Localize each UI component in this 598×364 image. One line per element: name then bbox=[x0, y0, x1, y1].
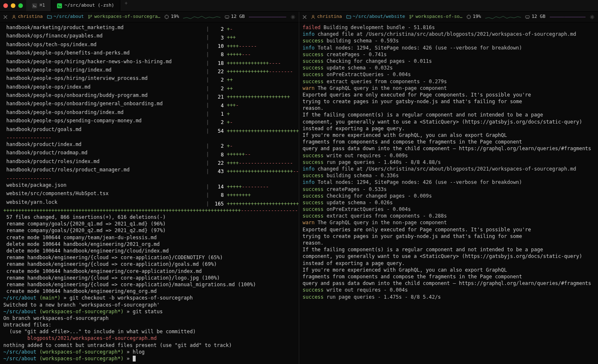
diff-row: handbook/people-ops/hiring/hacker-news-w… bbox=[3, 58, 295, 67]
log-line: success createPages - 0.533s bbox=[303, 186, 595, 193]
summary-line: create mode 100644 company/team/jean-du-… bbox=[3, 234, 295, 241]
summary-line: delete mode 100644 handbook/engineering/… bbox=[3, 241, 295, 248]
zoom-window-icon[interactable] bbox=[18, 3, 23, 8]
log-line: trying to create pages in your gatsby-no… bbox=[303, 98, 595, 105]
log-line: success onPreExtractQueries - 0.004s bbox=[303, 71, 595, 78]
settings-icon[interactable] bbox=[290, 15, 295, 20]
diff-row: website/package.json | 14 +++++--------- bbox=[3, 182, 295, 190]
svg-point-3 bbox=[89, 15, 90, 16]
log-line: success createPages - 0.741s bbox=[303, 51, 595, 58]
log-line: query and pass data down into the child … bbox=[303, 145, 595, 152]
left-status-bar: christina ~/src/about workspaces-of-sour… bbox=[0, 12, 299, 22]
window-titlebar: ⌘1 ~/src/about (-zsh) + bbox=[0, 0, 598, 12]
log-line: success run page queries - 1.640s - 8/8 … bbox=[303, 159, 595, 166]
svg-point-11 bbox=[412, 15, 413, 16]
window-tab-1[interactable]: ⌘1 bbox=[26, 0, 51, 11]
status-user-label: christina bbox=[317, 14, 342, 20]
summary-line: rename handbook/engineering/{cloud => co… bbox=[3, 261, 295, 267]
summary-line: create mode 100644 handbook/engineering/… bbox=[3, 288, 295, 295]
terminal-line: ~/src/about (workspaces-of-sourcegraph*)… bbox=[3, 355, 295, 362]
diff-row: handbook/people-ops/onboarding/buddy-pro… bbox=[3, 92, 295, 100]
close-pane-icon[interactable] bbox=[303, 15, 307, 19]
diff-row: handbook/product/goals.md | 54 +++++++++… bbox=[3, 126, 295, 134]
window-tab-label: ~/src/about (-zsh) bbox=[65, 2, 114, 9]
status-branch[interactable]: workspaces-of-sourcegra… bbox=[88, 14, 160, 20]
terminal-line: Untracked files: bbox=[3, 322, 295, 328]
log-line: If you're more experienced with GraphQL,… bbox=[303, 267, 595, 273]
log-line: success onPreExtractQueries - 0.004s bbox=[303, 206, 595, 213]
mem-sparkline-icon bbox=[249, 14, 286, 20]
diff-row: handbook/ops/finance/payables.md | 3 +++ bbox=[3, 32, 295, 41]
diff-row: handbook/product/roles/product_manager.m… bbox=[3, 166, 295, 175]
log-line: instead of exporting a page query. bbox=[303, 260, 595, 267]
log-line: info changed file at /Users/christina/sr… bbox=[303, 31, 595, 37]
log-line: If the failing component(s) is a regular… bbox=[303, 246, 595, 253]
right-terminal[interactable]: failed Building development bundle - 51.… bbox=[299, 22, 598, 364]
summary-line: rename handbook/engineering/{cloud => co… bbox=[3, 275, 295, 281]
log-line: success update schema - 0.026s bbox=[303, 199, 595, 206]
svg-point-5 bbox=[89, 17, 90, 19]
summary-line: rename company/goals/{2020_q2.md => 2021… bbox=[3, 227, 295, 234]
right-pane: christina ~/src/about/website workspaces… bbox=[299, 12, 598, 364]
summary-line: rename handbook/engineering/{cloud => co… bbox=[3, 281, 295, 288]
svg-rect-6 bbox=[165, 15, 168, 18]
diff-row: handbook/marketing/product_marketing.md … bbox=[3, 24, 295, 32]
terminal-line: ~/src/about (workspaces-of-sourcegraph*)… bbox=[3, 308, 295, 315]
status-user: christina bbox=[12, 14, 43, 20]
summary-line: delete mode 100644 handbook/engineering/… bbox=[3, 248, 295, 254]
minimize-window-icon[interactable] bbox=[11, 3, 15, 8]
log-line: reason. bbox=[303, 105, 595, 111]
svg-point-8 bbox=[292, 16, 294, 18]
window-controls bbox=[3, 3, 23, 8]
close-window-icon[interactable] bbox=[3, 3, 8, 8]
diff-separator: --------------- bbox=[3, 134, 295, 141]
log-line: success building schema - 0.593s bbox=[303, 37, 595, 44]
log-line: success building schema - 0.336s bbox=[303, 172, 595, 179]
left-terminal[interactable]: handbook/marketing/product_marketing.md … bbox=[0, 22, 299, 364]
terminal-line: Switched to a new branch 'workspaces-of-… bbox=[3, 302, 295, 308]
log-line: Exported queries are only executed for P… bbox=[303, 92, 595, 98]
diff-row: handbook/people-ops/hiring/interview_pro… bbox=[3, 75, 295, 83]
status-branch-label: workspaces-of-so… bbox=[415, 14, 462, 20]
status-path[interactable]: ~/src/about bbox=[47, 14, 84, 20]
svg-rect-7 bbox=[225, 16, 229, 18]
diff-row: handbook/people-ops/onboarding/index.md … bbox=[3, 109, 295, 117]
diff-bar: ++++++++++++++++++++++++++++++++++++++++… bbox=[3, 207, 295, 214]
cpu-sparkline-icon bbox=[183, 14, 221, 20]
status-branch[interactable]: workspaces-of-so… bbox=[409, 14, 462, 20]
summary-line: create mode 100644 handbook/engineering/… bbox=[3, 268, 295, 275]
status-path-label: ~/src/about bbox=[54, 14, 84, 20]
window-tab-2[interactable]: ~/src/about (-zsh) bbox=[51, 0, 120, 11]
close-pane-icon[interactable] bbox=[3, 15, 7, 19]
status-mem: 12 GB bbox=[225, 14, 245, 20]
log-line: fragments from components and compose th… bbox=[303, 273, 595, 280]
log-line: info Total nodes: 1294, SitePage nodes: … bbox=[303, 179, 595, 186]
summary-line: 57 files changed, 866 insertions(+), 616… bbox=[3, 214, 295, 220]
diff-row: handbook/people-ops/onboarding/general_o… bbox=[3, 100, 295, 109]
summary-line: rename handbook/engineering/{cloud => co… bbox=[3, 254, 295, 261]
log-line: success write out requires - 0.009s bbox=[303, 152, 595, 159]
log-line: info Total nodes: 1294, SitePage nodes: … bbox=[303, 45, 595, 51]
diff-row: handbook/people-ops/spending-company-mon… bbox=[3, 117, 295, 126]
diff-row: handbook/product/roadmap.md | 8 ++++++-- bbox=[3, 149, 295, 158]
right-status-bar: christina ~/src/about/website workspaces… bbox=[299, 12, 598, 22]
terminal-line: On branch workspaces-of-sourcegraph bbox=[3, 315, 295, 322]
svg-point-2 bbox=[13, 15, 15, 17]
add-tab-button[interactable]: + bbox=[120, 0, 132, 11]
svg-rect-13 bbox=[467, 15, 470, 18]
svg-point-10 bbox=[410, 15, 411, 16]
log-line: component, you generally want to use a <… bbox=[303, 119, 595, 125]
log-line: fragments from components and compose th… bbox=[303, 139, 595, 145]
diff-row: handbook/people-ops/index.md | 2 ++ bbox=[3, 84, 295, 92]
settings-icon[interactable] bbox=[590, 15, 595, 20]
diff-row: website/yarn.lock | 165 ++++++++++++++++… bbox=[3, 199, 295, 207]
log-line: If you're more experienced with GraphQL,… bbox=[303, 132, 595, 139]
diff-row: handbook/people-ops/hiring/index.md | 22… bbox=[3, 67, 295, 75]
terminal-icon bbox=[57, 3, 62, 8]
status-path[interactable]: ~/src/about/website bbox=[346, 14, 405, 20]
status-cpu: 19% bbox=[466, 14, 481, 20]
summary-line: rename company/goals/{2020_q1.md => 2021… bbox=[3, 220, 295, 227]
log-line: query and pass data down into the child … bbox=[303, 280, 595, 287]
cpu-sparkline-icon bbox=[485, 14, 521, 20]
log-line: success extract queries from components … bbox=[303, 78, 595, 85]
